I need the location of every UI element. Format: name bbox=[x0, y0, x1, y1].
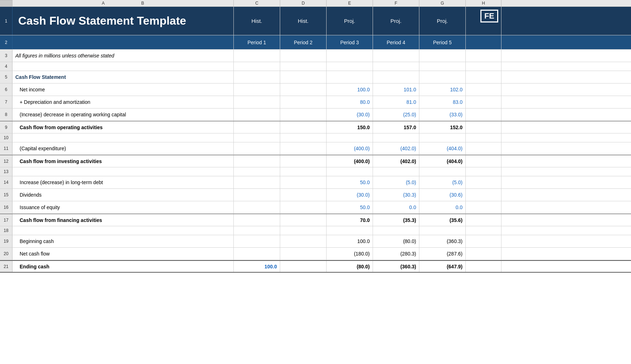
r10c bbox=[234, 133, 280, 142]
logo-cell: FE bbox=[466, 7, 501, 35]
r14-label: Increase (decrease) in long-term debt bbox=[12, 176, 234, 188]
r9d bbox=[280, 121, 327, 133]
r4b bbox=[12, 62, 234, 71]
r20f: (280.3) bbox=[373, 248, 419, 260]
r9f: 157.0 bbox=[373, 121, 419, 133]
rownum-16: 16 bbox=[0, 201, 12, 213]
rownum-21: 21 bbox=[0, 261, 12, 272]
period-header-2: Hist. bbox=[280, 7, 327, 35]
row-8: 8 (Increase) decrease in operating worki… bbox=[0, 108, 631, 121]
row-3: 3 All figures in millions unless otherwi… bbox=[0, 50, 631, 62]
r12-label: Cash flow from investing activities bbox=[12, 155, 234, 167]
row-20: 20 Net cash flow (180.0) (280.3) (287.6) bbox=[0, 248, 631, 260]
r10d bbox=[280, 133, 327, 142]
r3h bbox=[466, 50, 501, 62]
r9g: 152.0 bbox=[419, 121, 466, 133]
r20h bbox=[466, 248, 501, 260]
r14f: (5.0) bbox=[373, 176, 419, 188]
period-num-5: Period 5 bbox=[419, 35, 466, 49]
col-header-h: H bbox=[466, 0, 501, 6]
r15c bbox=[234, 189, 280, 201]
row-12: 12 Cash flow from investing activities (… bbox=[0, 155, 631, 167]
r7d bbox=[280, 96, 327, 108]
row-10: 10 bbox=[0, 133, 631, 142]
r8f: (25.0) bbox=[373, 108, 419, 121]
col-header-rownum bbox=[0, 0, 12, 6]
rownum-15: 15 bbox=[0, 189, 12, 201]
r19c bbox=[234, 235, 280, 247]
r21f: (360.3) bbox=[373, 261, 419, 272]
r10e bbox=[327, 133, 373, 142]
r16g: 0.0 bbox=[419, 201, 466, 213]
r13f bbox=[373, 167, 419, 176]
period-num-4: Period 4 bbox=[373, 35, 419, 49]
r6-label: Net income bbox=[12, 84, 234, 96]
rownum-19: 19 bbox=[0, 235, 12, 247]
r12d bbox=[280, 155, 327, 167]
r6g: 102.0 bbox=[419, 84, 466, 96]
r3e bbox=[327, 50, 373, 62]
period-header-1: Hist. bbox=[234, 7, 280, 35]
r21h bbox=[466, 261, 501, 272]
r7h bbox=[466, 96, 501, 108]
r13g bbox=[419, 167, 466, 176]
r8h bbox=[466, 108, 501, 121]
rownum-4: 4 bbox=[0, 62, 12, 71]
rownum-20: 20 bbox=[0, 248, 12, 260]
r20d bbox=[280, 248, 327, 260]
rownum-7: 7 bbox=[0, 96, 12, 108]
r18h bbox=[466, 226, 501, 235]
r4d bbox=[280, 62, 327, 71]
r13d bbox=[280, 167, 327, 176]
r14d bbox=[280, 176, 327, 188]
r14g: (5.0) bbox=[419, 176, 466, 188]
row-16: 16 Issuance of equity 50.0 0.0 0.0 bbox=[0, 201, 631, 214]
r11d bbox=[280, 142, 327, 155]
r21-label: Ending cash bbox=[12, 261, 234, 272]
r8e: (30.0) bbox=[327, 108, 373, 121]
r7f: 81.0 bbox=[373, 96, 419, 108]
r5e bbox=[327, 71, 373, 83]
row-9: 9 Cash flow from operating activities 15… bbox=[0, 121, 631, 133]
row-5: 5 Cash Flow Statement bbox=[0, 71, 631, 84]
r3g bbox=[419, 50, 466, 62]
r14c bbox=[234, 176, 280, 188]
r9-label: Cash flow from operating activities bbox=[12, 121, 234, 133]
r6f: 101.0 bbox=[373, 84, 419, 96]
r15d bbox=[280, 189, 327, 201]
r12h bbox=[466, 155, 501, 167]
r16e: 50.0 bbox=[327, 201, 373, 213]
r10f bbox=[373, 133, 419, 142]
r5f bbox=[373, 71, 419, 83]
r20c bbox=[234, 248, 280, 260]
r13b bbox=[12, 167, 234, 176]
r10h bbox=[466, 133, 501, 142]
rownum-6: 6 bbox=[0, 84, 12, 96]
row-6: 6 Net income 100.0 101.0 102.0 bbox=[0, 84, 631, 96]
r8d bbox=[280, 108, 327, 121]
period-header-4: Proj. bbox=[373, 7, 419, 35]
r17c bbox=[234, 214, 280, 226]
col-header-e: E bbox=[327, 0, 373, 6]
subtitle-cell: All figures in millions unless otherwise… bbox=[12, 50, 234, 62]
r8g: (33.0) bbox=[419, 108, 466, 121]
col-header-d: D bbox=[280, 0, 327, 6]
r11h bbox=[466, 142, 501, 155]
r5g bbox=[419, 71, 466, 83]
r4c bbox=[234, 62, 280, 71]
r17d bbox=[280, 214, 327, 226]
r10b bbox=[12, 133, 234, 142]
spreadsheet-title: Cash Flow Statement Template bbox=[12, 7, 234, 35]
rownum-14: 14 bbox=[0, 176, 12, 188]
r11f: (402.0) bbox=[373, 142, 419, 155]
row-14: 14 Increase (decrease) in long-term debt… bbox=[0, 176, 631, 189]
row-21: 21 Ending cash 100.0 (80.0) (360.3) (647… bbox=[0, 260, 631, 273]
r17g: (35.6) bbox=[419, 214, 466, 226]
r17f: (35.3) bbox=[373, 214, 419, 226]
row-1: 1 Cash Flow Statement Template Hist. His… bbox=[0, 7, 631, 35]
row2-empty bbox=[466, 35, 501, 49]
r20g: (287.6) bbox=[419, 248, 466, 260]
r17e: 70.0 bbox=[327, 214, 373, 226]
r4e bbox=[327, 62, 373, 71]
r3f bbox=[373, 50, 419, 62]
